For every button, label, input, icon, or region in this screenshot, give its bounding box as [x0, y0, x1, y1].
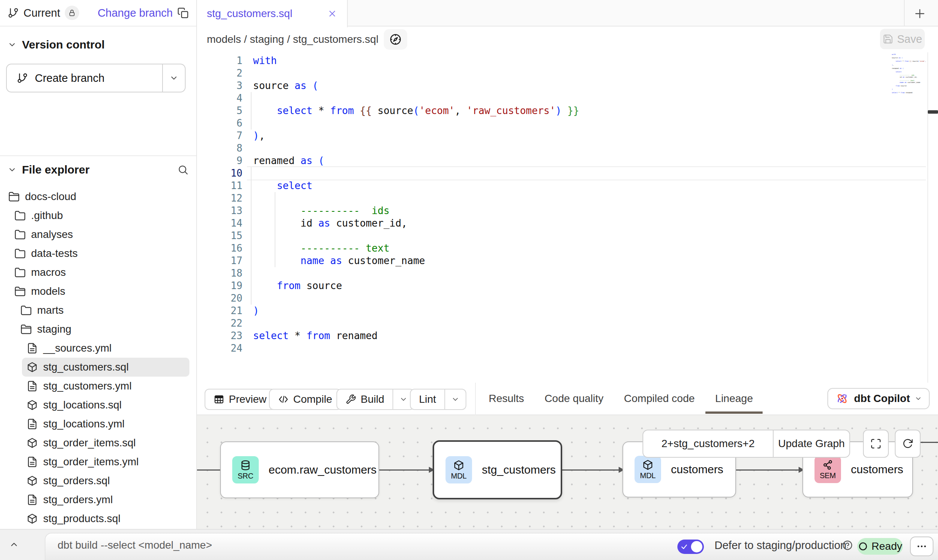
version-control-header[interactable]: Version control [0, 36, 196, 54]
copy-icon[interactable] [177, 7, 189, 19]
file-tree-item-stg-products-sql[interactable]: stg_products.sql [0, 509, 196, 528]
code-line-8[interactable]: 8 [197, 142, 938, 155]
code-line-22[interactable]: 22 [197, 317, 938, 330]
code-line-11[interactable]: 11 select [197, 180, 938, 192]
create-branch-dropdown[interactable] [163, 64, 185, 92]
code-text: select * from renamed [253, 330, 378, 342]
chevron-down-icon [8, 40, 17, 49]
code-line-4[interactable]: 4 [197, 92, 938, 105]
file-tree-item-stg-locations-yml[interactable]: stg_locations.yml [0, 415, 196, 433]
create-branch-main[interactable]: Create branch [7, 64, 162, 92]
chevron-down-icon [169, 74, 178, 83]
line-number: 19 [197, 280, 242, 292]
code-line-13[interactable]: 13 ---------- ids [197, 205, 938, 217]
code-line-9[interactable]: 9renamed as ( [197, 155, 938, 167]
file-tree-item-marts[interactable]: marts [0, 301, 196, 320]
code-line-3[interactable]: 3source as ( [197, 80, 938, 92]
code-line-1[interactable]: 1with [197, 55, 938, 67]
code-line-23[interactable]: 23select * from renamed [197, 330, 938, 342]
panel-tab-lineage[interactable]: Lineage [715, 383, 753, 415]
code-text: ), [253, 130, 265, 142]
panel-tab-code-quality[interactable]: Code quality [544, 383, 603, 415]
change-branch-link[interactable]: Change branch [98, 7, 173, 19]
node-badge-mdl: MDL [635, 456, 661, 483]
file-label: stg_order_items.yml [43, 456, 139, 468]
minimap-border [927, 52, 928, 383]
code-line-14[interactable]: 14 id as customer_id, [197, 217, 938, 230]
panel-tab-results[interactable]: Results [489, 383, 524, 415]
lineage-node-stg-customers[interactable]: MDLstg_customers [433, 440, 562, 499]
file-tree-item-models[interactable]: models [0, 282, 196, 301]
code-line-2[interactable]: 2 [197, 67, 938, 80]
file-tree-item--github[interactable]: .github [0, 206, 196, 225]
line-number: 10 [197, 167, 242, 180]
file-explorer-header[interactable]: File explorer [0, 161, 196, 179]
refresh-button[interactable] [895, 430, 921, 458]
panel-tab-compiled-code[interactable]: Compiled code [624, 383, 695, 415]
code-editor[interactable]: 1with23source as (45 select * from {{ so… [197, 52, 938, 383]
tab-stg-customers-sql[interactable]: stg_customers.sql [197, 0, 348, 27]
code-line-24[interactable]: 24 [197, 342, 938, 355]
code-line-15[interactable]: 15 [197, 230, 938, 242]
line-number: 2 [197, 67, 242, 80]
file-tree-item-analyses[interactable]: analyses [0, 225, 196, 244]
code-line-6[interactable]: 6 [197, 117, 938, 130]
code-line-19[interactable]: 19 from source [197, 280, 938, 292]
lint-button[interactable]: Lint [410, 389, 466, 410]
code-line-17[interactable]: 17 name as customer_name [197, 255, 938, 267]
new-tab-button[interactable] [909, 5, 930, 22]
ellipsis-icon [916, 541, 927, 552]
compile-button[interactable]: Compile [269, 389, 341, 410]
save-button[interactable]: Save [880, 29, 925, 49]
code-line-7[interactable]: 7), [197, 130, 938, 142]
cube-icon [27, 399, 38, 411]
command-input[interactable]: dbt build --select <model_name> [58, 530, 212, 560]
lineage-selector-input[interactable]: 2+stg_customers+2 [643, 430, 773, 457]
help-icon[interactable] [842, 540, 853, 552]
minimap[interactable]: with source as ( select * from {{ source… [892, 54, 927, 95]
file-tree-item-stg-locations-sql[interactable]: stg_locations.sql [0, 396, 196, 415]
code-line-21[interactable]: 21) [197, 305, 938, 317]
file-tree-item-stg-order-items-yml[interactable]: stg_order_items.yml [0, 452, 196, 471]
build-button[interactable]: Build [336, 389, 414, 410]
line-number: 15 [197, 230, 242, 242]
file-tree-item-stg-orders-yml[interactable]: stg_orders.yml [0, 490, 196, 509]
preview-button[interactable]: Preview [205, 389, 276, 410]
file-tree-item-stg-order-items-sql[interactable]: stg_order_items.sql [0, 433, 196, 452]
create-branch-button[interactable]: Create branch [6, 64, 186, 92]
lineage-node-ecom-raw-customers[interactable]: SRCecom.raw_customers [220, 441, 379, 498]
lint-dropdown[interactable] [445, 389, 466, 409]
code-line-18[interactable]: 18 [197, 267, 938, 280]
update-graph-button[interactable]: Update Graph [774, 430, 849, 457]
pane-resize-handle[interactable] [928, 110, 938, 114]
folder-icon [20, 305, 32, 316]
lock-icon [68, 9, 76, 17]
file-label: .github [31, 210, 63, 222]
file-tree-item-docs-cloud[interactable]: docs-cloud [0, 187, 196, 206]
code-line-5[interactable]: 5 select * from {{ source('ecom', 'raw_c… [197, 105, 938, 117]
lineage-canvas[interactable]: SRCecom.raw_customersMDLstg_customersMDL… [197, 415, 938, 529]
branch-lock-badge [65, 6, 79, 20]
file-tree-item-staging[interactable]: staging [0, 320, 196, 339]
dbt-copilot-button[interactable]: dbt Copilot [827, 388, 930, 409]
file-label: stg_locations.yml [43, 418, 125, 430]
search-icon[interactable] [177, 164, 189, 175]
more-options-button[interactable] [910, 537, 933, 556]
file-tree-item--sources-yml[interactable]: __sources.yml [0, 339, 196, 358]
file-tree-item-stg-orders-sql[interactable]: stg_orders.sql [0, 471, 196, 490]
code-line-10[interactable]: 10 [197, 167, 938, 180]
folder-icon [14, 267, 26, 278]
collapse-panel-button[interactable] [9, 540, 19, 551]
file-tree-item-data-tests[interactable]: data-tests [0, 244, 196, 263]
fullscreen-button[interactable] [863, 430, 889, 458]
code-line-12[interactable]: 12 [197, 192, 938, 205]
code-line-20[interactable]: 20 [197, 292, 938, 305]
ready-status-button[interactable]: Ready [857, 538, 903, 555]
close-icon[interactable] [327, 9, 337, 19]
file-tree-item-stg-customers-sql[interactable]: stg_customers.sql [22, 358, 189, 377]
file-tree-item-macros[interactable]: macros [0, 263, 196, 282]
defer-toggle[interactable] [677, 540, 704, 554]
file-tree-item-stg-customers-yml[interactable]: stg_customers.yml [0, 377, 196, 396]
code-line-16[interactable]: 16 ---------- text [197, 242, 938, 255]
explore-chip[interactable] [384, 29, 407, 50]
